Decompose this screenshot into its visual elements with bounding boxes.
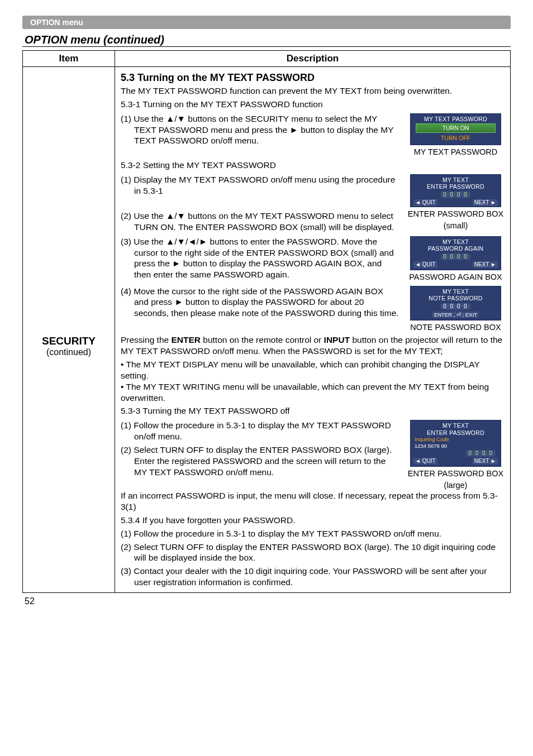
fig2-quit: ◄ QUIT (413, 199, 437, 206)
fig3-quit: ◄ QUIT (413, 261, 437, 268)
p-post-4-input: INPUT (324, 335, 350, 344)
fig5-inq2: 1234 5678 90 (412, 443, 499, 449)
fig2-caption2: (small) (407, 221, 505, 231)
fig5-inq1: Inquiring Code (412, 436, 499, 442)
section-title: OPTION menu (continued) (22, 34, 511, 47)
fig4-caption: NOTE PASSWORD BOX (407, 322, 505, 333)
desc-title: 5.3 Turning on the MY TEXT PASSWORD (121, 71, 505, 84)
main-table: Item Description SECURITY (continued) 5.… (22, 50, 511, 593)
p-5-3-3-h: 5.3-3 Turning the MY TEXT PASSWORD off (121, 405, 505, 417)
fig4-t2: NOTE PASSWORD (412, 295, 499, 302)
p-5-3-4-h: 5.3.4 If you have forgotten your PASSWOR… (121, 515, 505, 526)
p-5-3-4-3: (3) Contact your dealer with the 10 digi… (121, 566, 505, 588)
fig5-box: MY TEXT ENTER PASSWORD Inquiring Code 12… (410, 420, 501, 467)
page-number: 52 (22, 596, 511, 606)
p-post-4: Pressing the ENTER button on the remote … (121, 334, 505, 357)
fig3-box: MY TEXT PASSWORD AGAIN 0 0 0 0 ◄ QUIT NE… (410, 236, 501, 270)
fig4-digits: 0 0 0 0 (441, 303, 470, 310)
desc-title-sub: The MY TEXT PASSWORD function can preven… (121, 85, 505, 97)
p-5-3-2-2: (2) Use the ▲/▼ buttons on the MY TEXT P… (121, 210, 400, 233)
fig2-t2: ENTER PASSWORD (412, 183, 499, 190)
fig4-box: MY TEXT NOTE PASSWORD 0 0 0 0 ENTER , ⏎ … (410, 286, 501, 320)
fig2-next: NEXT ► (473, 199, 498, 206)
p-5-3-2-h: 5.3-2 Setting the MY TEXT PASSWORD (121, 160, 505, 171)
description-cell: 5.3 Turning on the MY TEXT PASSWORD The … (115, 67, 511, 593)
bullet1: • The MY TEXT DISPLAY menu will be unava… (121, 359, 505, 381)
p-post-4-enter: ENTER (171, 335, 201, 344)
p-5-3-1-1: (1) Use the ▲/▼ buttons on the SECURITY … (121, 113, 400, 146)
fig3-t2: PASSWORD AGAIN (412, 245, 499, 252)
fig4-t1: MY TEXT (412, 288, 499, 295)
item-label-sub: (continued) (23, 347, 114, 357)
fig3-t1: MY TEXT (412, 238, 499, 246)
fig1-off: TURN OFF (416, 134, 496, 142)
p-5-3-3-2: (2) Select TURN OFF to display the ENTER… (121, 444, 400, 477)
bullet2: • The MY TEXT WRITING menu will be unava… (121, 381, 505, 404)
p-5-3-3-1: (1) Follow the procedure in 5.3-1 to dis… (121, 420, 400, 442)
fig5-t2: ENTER PASSWORD (412, 429, 499, 437)
item-label: SECURITY (23, 335, 114, 347)
item-cell: SECURITY (continued) (23, 67, 115, 593)
p-post-4-b: button on the remote control or (201, 335, 324, 344)
th-item: Item (23, 51, 115, 67)
fig1-caption: MY TEXT PASSWORD (407, 147, 505, 157)
fig3-caption: PASSWORD AGAIN BOX (407, 272, 505, 283)
fig4-enter: ENTER , ⏎ ; EXIT (432, 312, 479, 318)
fig3-digits: 0 0 0 0 (441, 253, 470, 260)
p-5-3-4-2: (2) Select TURN OFF to display the ENTER… (121, 542, 505, 564)
fig5-next: NEXT ► (473, 458, 498, 465)
fig2-t1: MY TEXT (412, 176, 499, 184)
fig2-digits: 0 0 0 0 (441, 192, 470, 198)
fig1-title: MY TEXT PASSWORD (412, 116, 499, 123)
fig5-digits: 0 0 0 0 (466, 450, 496, 457)
fig2-caption1: ENTER PASSWORD BOX (407, 209, 505, 219)
p-5-3-4-1: (1) Follow the procedure in 5.3-1 to dis… (121, 528, 505, 539)
p-5-3-2-4: (4) Move the cursor to the right side of… (121, 286, 400, 319)
fig5-caption2: (large) (407, 480, 505, 491)
fig5-quit: ◄ QUIT (413, 458, 437, 465)
fig5-caption1: ENTER PASSWORD BOX (407, 468, 505, 479)
fig3-next: NEXT ► (473, 261, 498, 268)
fig2-box: MY TEXT ENTER PASSWORD 0 0 0 0 ◄ QUIT NE… (410, 174, 501, 207)
p-post-4-a: Pressing the (121, 335, 171, 344)
fig5-t1: MY TEXT (412, 422, 499, 429)
p-5-3-2-3: (3) Use the ▲/▼/◄/► buttons to enter the… (121, 236, 400, 280)
fig1-on: TURN ON (416, 123, 496, 133)
fig1-box: MY TEXT PASSWORD TURN ON TURN OFF (410, 113, 501, 146)
p-5-3-2-1: (1) Display the MY TEXT PASSWORD on/off … (121, 174, 400, 197)
header-bar: OPTION menu (22, 16, 511, 29)
p-5-3-3-after: If an incorrect PASSWORD is input, the m… (121, 490, 505, 513)
th-description: Description (115, 51, 511, 67)
p-5-3-1-h: 5.3-1 Turning on the MY TEXT PASSWORD fu… (121, 99, 505, 110)
